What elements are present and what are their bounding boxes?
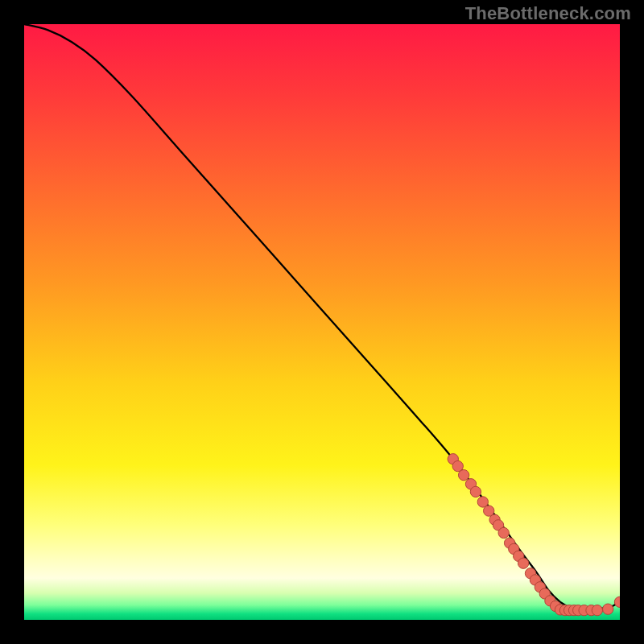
data-point [603,604,613,614]
data-point [458,470,469,481]
data-point [498,527,509,538]
data-point [470,486,481,497]
chart-plot-area [24,24,620,620]
chart-svg [24,24,620,620]
attribution-label: TheBottleneck.com [465,3,631,24]
data-point [592,605,602,616]
gradient-background [24,24,620,620]
chart-frame: TheBottleneck.com [0,0,644,644]
data-point [518,558,528,568]
